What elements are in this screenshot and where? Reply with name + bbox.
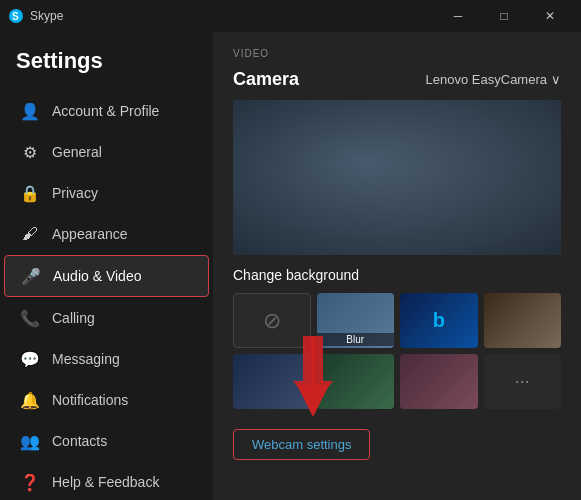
sidebar-item-label-messaging: Messaging [52, 351, 120, 367]
sidebar: Settings 👤 Account & Profile ⚙ General 🔒… [0, 32, 213, 500]
sidebar-item-audio-video[interactable]: 🎤 Audio & Video [4, 255, 209, 297]
sidebar-item-label-general: General [52, 144, 102, 160]
chevron-down-icon: ∨ [551, 72, 561, 87]
sidebar-item-contacts[interactable]: 👥 Contacts [4, 421, 209, 461]
bg-item-b-logo[interactable]: b [400, 293, 478, 348]
messaging-icon: 💬 [20, 349, 40, 369]
sidebar-item-calling[interactable]: 📞 Calling [4, 298, 209, 338]
help-icon: ❓ [20, 472, 40, 492]
main-panel: VIDEO Camera Lenovo EasyCamera ∨ Change … [213, 32, 581, 500]
account-icon: 👤 [20, 101, 40, 121]
close-button[interactable]: ✕ [527, 0, 573, 32]
audio-video-icon: 🎤 [21, 266, 41, 286]
sidebar-item-notifications[interactable]: 🔔 Notifications [4, 380, 209, 420]
app-title: Skype [30, 9, 435, 23]
notifications-icon: 🔔 [20, 390, 40, 410]
bg-item-room2[interactable] [317, 354, 395, 409]
video-section-label: VIDEO [233, 48, 561, 59]
background-grid: ⊘ Blur b ··· [233, 293, 561, 409]
maximize-button[interactable]: □ [481, 0, 527, 32]
no-background-icon: ⊘ [263, 308, 281, 334]
contacts-icon: 👥 [20, 431, 40, 451]
sidebar-item-label-calling: Calling [52, 310, 95, 326]
sidebar-item-label-notifications: Notifications [52, 392, 128, 408]
sidebar-item-appearance[interactable]: 🖌 Appearance [4, 214, 209, 254]
change-background-label: Change background [233, 267, 561, 283]
sidebar-item-privacy[interactable]: 🔒 Privacy [4, 173, 209, 213]
sidebar-item-label-appearance: Appearance [52, 226, 128, 242]
webcam-settings-button[interactable]: Webcam settings [233, 429, 370, 460]
app-body: Settings 👤 Account & Profile ⚙ General 🔒… [0, 32, 581, 500]
appearance-icon: 🖌 [20, 224, 40, 244]
b-logo-icon: b [433, 309, 445, 332]
sidebar-item-account[interactable]: 👤 Account & Profile [4, 91, 209, 131]
camera-preview [233, 100, 561, 255]
sidebar-item-messaging[interactable]: 💬 Messaging [4, 339, 209, 379]
svg-text:S: S [12, 11, 19, 22]
sidebar-item-general[interactable]: ⚙ General [4, 132, 209, 172]
camera-label: Camera [233, 69, 299, 90]
minimize-button[interactable]: ─ [435, 0, 481, 32]
bg-item-blur[interactable]: Blur [317, 293, 395, 348]
app-icon: S [8, 8, 24, 24]
bg-item-none[interactable]: ⊘ [233, 293, 311, 348]
bg-item-room3[interactable] [400, 354, 478, 409]
titlebar: S Skype ─ □ ✕ [0, 0, 581, 32]
camera-row: Camera Lenovo EasyCamera ∨ [233, 69, 561, 90]
calling-icon: 📞 [20, 308, 40, 328]
sidebar-item-label-help: Help & Feedback [52, 474, 159, 490]
settings-title: Settings [0, 48, 213, 90]
sidebar-item-label-contacts: Contacts [52, 433, 107, 449]
window-controls: ─ □ ✕ [435, 0, 573, 32]
sidebar-item-label-privacy: Privacy [52, 185, 98, 201]
more-icon: ··· [515, 371, 530, 392]
bg-item-more[interactable]: ··· [484, 354, 562, 409]
blur-label: Blur [317, 333, 395, 346]
camera-select[interactable]: Lenovo EasyCamera ∨ [426, 72, 561, 87]
bg-item-dots[interactable] [233, 354, 311, 409]
privacy-icon: 🔒 [20, 183, 40, 203]
camera-value: Lenovo EasyCamera [426, 72, 547, 87]
bg-item-room1[interactable] [484, 293, 562, 348]
sidebar-item-label-audio-video: Audio & Video [53, 268, 141, 284]
sidebar-item-help[interactable]: ❓ Help & Feedback [4, 462, 209, 500]
general-icon: ⚙ [20, 142, 40, 162]
sidebar-item-label-account: Account & Profile [52, 103, 159, 119]
